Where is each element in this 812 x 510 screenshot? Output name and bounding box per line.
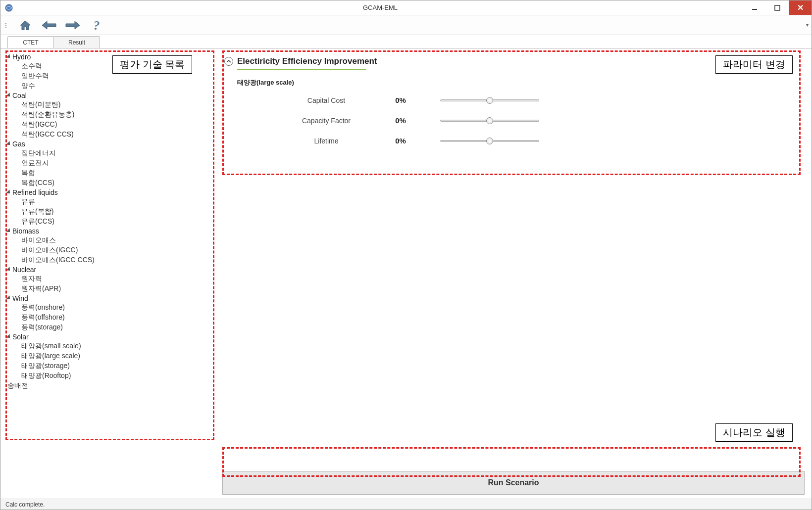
caret-icon: [6, 189, 11, 195]
param-slider[interactable]: [440, 120, 539, 122]
tree-item[interactable]: 태양광(small scale): [21, 341, 211, 351]
tree-group-gas[interactable]: Gas: [7, 139, 211, 148]
caret-icon: [6, 334, 11, 339]
annotation-label-scenario-run: 시나리오 실행: [715, 423, 793, 442]
statusbar: Calc complete.: [0, 499, 812, 510]
annotation-label-tech-list: 평가 기술 목록: [112, 55, 192, 74]
tree-group-label: Nuclear: [12, 266, 36, 274]
slider-thumb[interactable]: [486, 97, 493, 104]
help-button[interactable]: ?: [88, 18, 105, 32]
tree-item[interactable]: 바이오매스: [21, 235, 211, 245]
tree-item[interactable]: 석탄(IGCC CCS): [21, 130, 211, 139]
close-button[interactable]: ✕: [789, 0, 812, 15]
tree-item[interactable]: 태양광(Rooftop): [21, 371, 211, 381]
minimize-button[interactable]: [743, 0, 766, 15]
tree-group-label: Gas: [12, 140, 25, 148]
caret-icon: [6, 295, 11, 301]
maximize-button[interactable]: [766, 0, 789, 15]
toolbar-grip: [5, 23, 8, 28]
tree-group-label: Biomass: [12, 227, 39, 235]
home-button[interactable]: [16, 18, 34, 32]
section-underline: [237, 69, 366, 70]
tree-item[interactable]: 바이오매스(IGCC CCS): [21, 255, 211, 265]
param-row: Capital Cost0%: [222, 96, 805, 104]
tree-item[interactable]: 풍력(offshore): [21, 313, 211, 323]
tree-item[interactable]: 복합(CCS): [21, 178, 211, 188]
window-title: GCAM-EML: [17, 4, 743, 11]
tech-tree-panel: Hydro소수력일반수력양수Coal석탄(미분탄)석탄(순환유동층)석탄(IGC…: [0, 48, 218, 499]
tab-ctet[interactable]: CTET: [7, 36, 54, 48]
back-button[interactable]: [40, 18, 58, 32]
status-text: Calc complete.: [5, 501, 45, 508]
param-value: 0%: [381, 96, 420, 104]
tree-item[interactable]: 유류(CCS): [21, 217, 211, 227]
toolbar: ? ▾: [0, 15, 812, 35]
tree-item[interactable]: 바이오매스(IGCC): [21, 245, 211, 255]
tree-item[interactable]: 원자력: [21, 274, 211, 284]
param-label: Capital Cost: [272, 96, 381, 104]
forward-button[interactable]: [64, 18, 82, 32]
content-area: Hydro소수력일반수력양수Coal석탄(미분탄)석탄(순환유동층)석탄(IGC…: [0, 48, 812, 499]
run-scenario-button[interactable]: Run Scenario: [222, 471, 805, 495]
tree-item[interactable]: 태양광(storage): [21, 361, 211, 371]
tree-item[interactable]: 풍력(storage): [21, 323, 211, 332]
tree-group-label: Wind: [12, 294, 28, 302]
caret-icon: [6, 228, 11, 233]
svg-text:?: ?: [94, 19, 100, 32]
tree-group-label: Solar: [12, 333, 29, 341]
tree-item[interactable]: 석탄(미분탄): [21, 100, 211, 110]
tree-item[interactable]: 원자력(APR): [21, 284, 211, 294]
param-label: Lifetime: [272, 137, 381, 145]
svg-rect-1: [752, 9, 757, 10]
tree-item[interactable]: 유류(복합): [21, 207, 211, 217]
tree-item[interactable]: 석탄(순환유동층): [21, 110, 211, 120]
tree-group-solar[interactable]: Solar: [7, 332, 211, 341]
tree-group-label: Hydro: [12, 53, 31, 61]
tree-item[interactable]: 집단에너지: [21, 148, 211, 158]
tab-result[interactable]: Result: [53, 36, 100, 48]
caret-icon: [6, 141, 11, 146]
tree-item[interactable]: 양수: [21, 81, 211, 91]
param-slider[interactable]: [440, 99, 539, 101]
caret-icon: [6, 267, 11, 272]
param-row: Lifetime0%: [222, 137, 805, 145]
slider-thumb[interactable]: [486, 117, 493, 124]
tree-group-coal[interactable]: Coal: [7, 91, 211, 100]
subsection-title: 태양광(large scale): [237, 78, 805, 87]
tree-item[interactable]: 석탄(IGCC): [21, 120, 211, 130]
tree-item[interactable]: 복합: [21, 168, 211, 178]
titlebar: GCAM-EML ✕: [0, 0, 812, 15]
param-label: Capacity Factor: [272, 117, 381, 125]
tree-item[interactable]: 연료전지: [21, 158, 211, 168]
tree-group-biomass[interactable]: Biomass: [7, 227, 211, 235]
param-row: Capacity Factor0%: [222, 116, 805, 125]
annotation-label-param-change: 파라미터 변경: [715, 55, 793, 74]
tree-item[interactable]: 유류: [21, 197, 211, 207]
toolbar-overflow-button[interactable]: ▾: [806, 22, 809, 28]
param-value: 0%: [381, 116, 420, 125]
param-slider[interactable]: [440, 140, 539, 142]
section-title: Electiricity Efficiency Improvement: [237, 56, 377, 66]
tree-group-label: Refined liquids: [12, 188, 58, 196]
svg-point-0: [5, 4, 12, 11]
caret-icon: [6, 54, 11, 59]
tree-group-label: Coal: [12, 92, 27, 99]
param-value: 0%: [381, 137, 420, 145]
slider-thumb[interactable]: [486, 138, 493, 144]
svg-rect-2: [775, 5, 780, 10]
tree-group-nuclear[interactable]: Nuclear: [7, 265, 211, 274]
tab-strip: CTET Result: [0, 35, 812, 48]
tree-item-leaf[interactable]: 송배전: [7, 381, 211, 391]
tree-item[interactable]: 풍력(onshore): [21, 303, 211, 313]
tree-group-wind[interactable]: Wind: [7, 294, 211, 303]
collapse-section-button[interactable]: [224, 57, 233, 66]
tree-group-refined-liquids[interactable]: Refined liquids: [7, 188, 211, 197]
caret-icon: [6, 93, 11, 98]
app-icon: [4, 3, 13, 12]
tree-item[interactable]: 태양광(large scale): [21, 351, 211, 361]
